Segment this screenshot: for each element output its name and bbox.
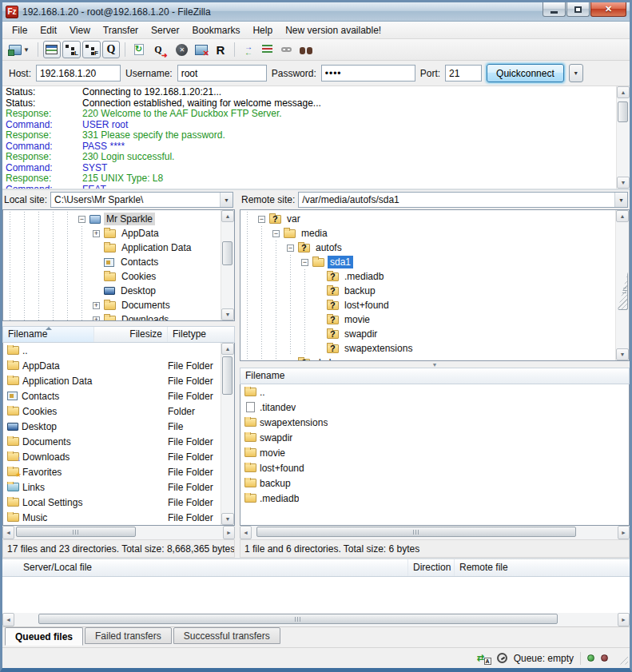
column-header-filesize[interactable]: Filesize bbox=[94, 327, 168, 342]
file-row[interactable]: Downloads File Folder bbox=[3, 449, 221, 464]
file-row[interactable]: backup bbox=[240, 475, 629, 491]
menu-item[interactable]: Help bbox=[246, 22, 279, 38]
tree-item[interactable]: + Downloads bbox=[3, 312, 221, 320]
queue-tab[interactable]: Queued files bbox=[5, 627, 83, 646]
tree-item[interactable]: lost+found bbox=[240, 298, 615, 312]
refresh-button[interactable] bbox=[130, 41, 148, 58]
directory-listing-button[interactable] bbox=[259, 41, 276, 58]
menu-item[interactable]: Edit bbox=[34, 22, 63, 38]
queue-tab[interactable]: Successful transfers bbox=[173, 627, 280, 644]
column-header-remote-file[interactable]: Remote file bbox=[455, 559, 630, 576]
tree-item[interactable]: Contacts bbox=[3, 255, 221, 269]
scroll-up-arrow[interactable]: ▲ bbox=[221, 210, 234, 222]
file-row[interactable]: Favorites File Folder bbox=[3, 464, 221, 479]
column-header-filename[interactable]: Filename bbox=[240, 368, 629, 384]
tree-item[interactable]: backup bbox=[240, 284, 615, 298]
scroll-thumb[interactable] bbox=[38, 614, 558, 624]
tree-item[interactable]: dvd bbox=[240, 356, 615, 360]
tree-expander[interactable]: + bbox=[93, 230, 100, 237]
tree-expander[interactable]: − bbox=[287, 245, 294, 252]
menu-item[interactable]: View bbox=[63, 22, 97, 38]
scroll-left-arrow[interactable]: ◄ bbox=[2, 613, 14, 626]
scroll-left-arrow[interactable]: ◄ bbox=[240, 526, 252, 539]
site-manager-button[interactable]: ▼ bbox=[7, 41, 33, 58]
process-queue-button[interactable]: Q bbox=[149, 41, 167, 58]
file-row[interactable]: AppData File Folder bbox=[3, 358, 221, 373]
remote-site-combo[interactable]: /var/media/autofs/sda1 ▼ bbox=[298, 192, 628, 208]
scroll-right-arrow[interactable]: ► bbox=[223, 526, 235, 539]
toggle-local-tree-button[interactable]: L bbox=[62, 41, 81, 58]
scroll-thumb[interactable] bbox=[256, 527, 576, 537]
tree-item[interactable]: − autofs bbox=[240, 241, 615, 255]
queue-tab[interactable]: Failed transfers bbox=[85, 627, 172, 644]
tree-item[interactable]: + Documents bbox=[3, 298, 221, 312]
scroll-thumb[interactable] bbox=[222, 241, 233, 265]
column-header-server-local-file[interactable]: Server/Local file bbox=[2, 559, 408, 576]
scroll-right-arrow[interactable]: ► bbox=[618, 526, 630, 539]
tree-expander[interactable]: − bbox=[78, 216, 85, 223]
compare-directories-button[interactable]: →← bbox=[240, 41, 257, 58]
column-header-direction[interactable]: Direction bbox=[408, 559, 455, 576]
scroll-thumb[interactable] bbox=[618, 101, 628, 122]
host-input[interactable] bbox=[36, 65, 121, 82]
tree-expander[interactable]: + bbox=[93, 316, 100, 321]
file-row[interactable]: Contacts File Folder bbox=[3, 388, 221, 404]
menu-item[interactable]: Transfer bbox=[97, 22, 145, 38]
tree-item[interactable]: Cookies bbox=[3, 269, 221, 284]
tree-item[interactable]: − media bbox=[240, 226, 615, 241]
cancel-button[interactable]: ✕ bbox=[173, 41, 191, 58]
scroll-up-arrow[interactable]: ▲ bbox=[616, 210, 629, 222]
scroll-down-arrow[interactable]: ▼ bbox=[221, 308, 234, 320]
file-row[interactable]: swapdir bbox=[240, 430, 629, 445]
local-site-combo[interactable]: C:\Users\Mr Sparkle\ ▼ bbox=[50, 192, 233, 208]
tree-expander[interactable]: − bbox=[258, 216, 265, 223]
file-row[interactable]: Application Data File Folder bbox=[3, 373, 221, 388]
remote-tree-scrollbar[interactable]: ▲ ▼ bbox=[615, 210, 629, 360]
tree-expander[interactable]: − bbox=[301, 259, 308, 266]
file-row[interactable]: Cookies Folder bbox=[3, 404, 221, 419]
local-tree-scrollbar[interactable]: ▲ ▼ bbox=[221, 210, 234, 320]
username-input[interactable] bbox=[177, 65, 267, 82]
password-input[interactable] bbox=[321, 65, 415, 82]
scroll-down-arrow[interactable]: ▼ bbox=[617, 177, 630, 189]
synchronized-browsing-button[interactable] bbox=[278, 41, 296, 58]
toggle-remote-tree-button[interactable]: F bbox=[82, 41, 101, 58]
local-list-scrollbar[interactable]: ▲ ▼ bbox=[221, 343, 234, 525]
tree-item[interactable]: − sda1 bbox=[240, 255, 615, 269]
tree-item[interactable]: .mediadb bbox=[240, 269, 615, 284]
reconnect-button[interactable]: R bbox=[212, 41, 229, 58]
close-button[interactable]: ✕ bbox=[590, 2, 626, 17]
tree-expander[interactable]: − bbox=[272, 230, 280, 237]
scroll-up-arrow[interactable]: ▲ bbox=[221, 343, 234, 355]
remote-panel-collapse-handle[interactable]: ▼ bbox=[240, 361, 630, 368]
remote-horizontal-scrollbar[interactable]: ◄ ► bbox=[240, 526, 630, 539]
menu-item[interactable]: File bbox=[6, 22, 34, 38]
file-row[interactable]: Links File Folder bbox=[3, 479, 221, 495]
port-input[interactable] bbox=[445, 65, 482, 82]
transfer-type-icon[interactable]: A bbox=[478, 653, 491, 664]
tree-item[interactable]: movie bbox=[240, 312, 615, 327]
column-header-filetype[interactable]: Filetype bbox=[168, 327, 234, 342]
tree-expander[interactable]: + bbox=[93, 302, 100, 309]
find-files-button[interactable] bbox=[297, 41, 315, 58]
scroll-down-arrow[interactable]: ▼ bbox=[221, 513, 234, 525]
disconnect-button[interactable] bbox=[193, 41, 210, 58]
resize-grip[interactable] bbox=[618, 654, 628, 665]
file-row[interactable]: Local Settings File Folder bbox=[3, 495, 221, 510]
scroll-thumb[interactable] bbox=[618, 272, 628, 310]
scroll-left-arrow[interactable]: ◄ bbox=[2, 526, 14, 539]
tree-item[interactable]: swapextensions bbox=[240, 341, 615, 356]
scroll-right-arrow[interactable]: ► bbox=[618, 613, 630, 626]
chevron-down-icon[interactable]: ▼ bbox=[614, 193, 627, 207]
queue-horizontal-scrollbar[interactable]: ◄ ► bbox=[2, 613, 630, 626]
quickconnect-button[interactable]: Quickconnect bbox=[487, 64, 564, 82]
local-horizontal-scrollbar[interactable]: ◄ ► bbox=[2, 526, 235, 539]
chevron-down-icon[interactable]: ▼ bbox=[220, 193, 233, 207]
file-row[interactable]: movie bbox=[240, 445, 629, 460]
speed-limit-icon[interactable] bbox=[497, 653, 507, 663]
scroll-up-arrow[interactable]: ▲ bbox=[617, 86, 630, 98]
scroll-thumb[interactable] bbox=[16, 527, 136, 537]
file-row[interactable]: swapextensions bbox=[240, 415, 629, 430]
menu-item[interactable]: Bookmarks bbox=[185, 22, 246, 38]
toggle-message-log-button[interactable] bbox=[43, 41, 61, 58]
